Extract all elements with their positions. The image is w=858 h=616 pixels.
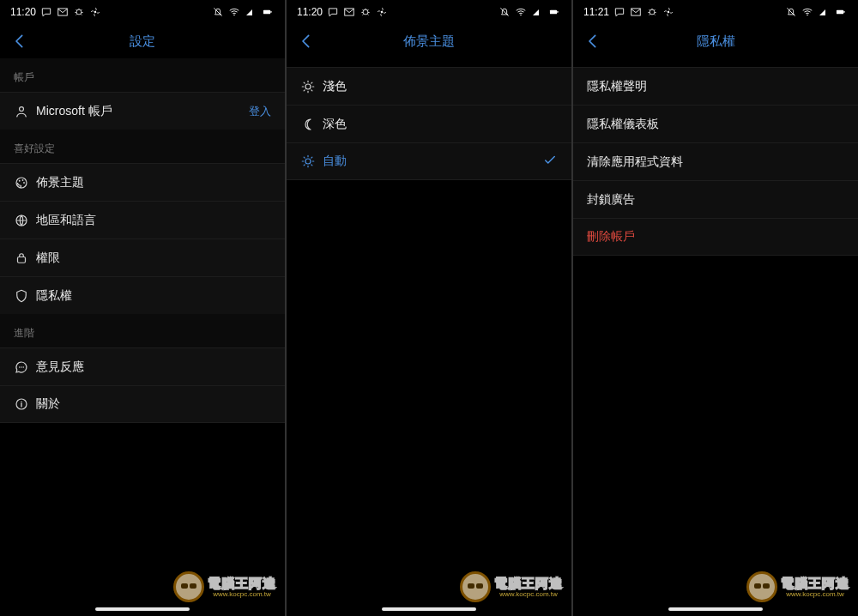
watermark-avatar-icon	[746, 571, 777, 602]
row-label: 隱私權聲明	[587, 79, 844, 94]
screen-theme: 11:20 佈景主題 淺色 深色 自動	[287, 0, 571, 616]
back-button[interactable]	[9, 29, 33, 53]
row-ms-account[interactable]: Microsoft 帳戶 登入	[0, 92, 285, 130]
status-bar: 11:21	[573, 0, 858, 24]
moon-icon	[300, 117, 323, 132]
bug-icon	[646, 6, 658, 18]
watermark-title: 電腦王阿達	[494, 577, 563, 589]
mute-icon	[498, 6, 511, 18]
row-label: 隱私權儀表板	[587, 117, 844, 132]
watermark-url: www.kocpc.com.tw	[494, 591, 563, 598]
watermark: 電腦王阿達 www.kocpc.com.tw	[746, 571, 849, 602]
mute-icon	[785, 6, 797, 18]
signin-link[interactable]: 登入	[249, 104, 271, 119]
section-advanced: 進階	[0, 314, 285, 347]
row-about[interactable]: 關於	[0, 385, 285, 423]
row-label: 自動	[323, 154, 542, 169]
row-theme-auto[interactable]: 自動	[287, 142, 571, 180]
row-region[interactable]: 地區和語言	[0, 201, 285, 239]
row-theme[interactable]: 佈景主題	[0, 163, 285, 201]
row-label: 刪除帳戶	[587, 229, 844, 245]
wifi-icon	[228, 6, 240, 18]
wifi-icon	[515, 6, 527, 18]
user-icon	[14, 104, 36, 119]
sun-icon	[300, 154, 323, 169]
nav-bar: 隱私權	[573, 24, 858, 58]
fan-icon	[662, 6, 674, 18]
shield-icon	[14, 288, 36, 304]
bug-icon	[360, 6, 372, 18]
row-privacy-dashboard[interactable]: 隱私權儀表板	[573, 105, 858, 142]
watermark-title: 電腦王阿達	[781, 577, 849, 589]
check-icon	[542, 153, 558, 171]
wifi-icon	[801, 6, 813, 18]
battery-icon	[832, 6, 848, 18]
status-time: 11:20	[10, 6, 36, 18]
mute-icon	[212, 6, 224, 18]
nav-bar: 佈景主題	[287, 24, 571, 58]
signal-icon	[245, 7, 255, 17]
globe-icon	[14, 213, 36, 228]
row-privacy-statement[interactable]: 隱私權聲明	[573, 67, 858, 105]
row-block-ads[interactable]: 封鎖廣告	[573, 180, 858, 218]
gmail-icon	[630, 6, 642, 18]
watermark-title: 電腦王阿達	[208, 577, 276, 589]
row-label: 隱私權	[36, 288, 271, 304]
row-label: 佈景主題	[36, 175, 271, 190]
row-clear-app-data[interactable]: 清除應用程式資料	[573, 142, 858, 180]
battery-icon	[546, 6, 561, 18]
row-label: 意見反應	[36, 359, 271, 375]
page-title: 佈景主題	[287, 33, 571, 50]
home-indicator[interactable]	[382, 607, 476, 611]
lock-icon	[14, 251, 36, 266]
back-button[interactable]	[582, 29, 606, 53]
home-indicator[interactable]	[95, 607, 190, 611]
row-label: 深色	[323, 117, 558, 132]
row-label: 關於	[36, 396, 271, 412]
chat-bubble-icon	[14, 359, 36, 375]
screen-settings: 11:20 設定 帳戶 Microsoft 帳戶 登入 喜好設定 佈景主題	[0, 0, 285, 616]
row-label: 清除應用程式資料	[587, 154, 844, 170]
row-label: 權限	[36, 251, 271, 266]
info-icon	[14, 396, 36, 412]
row-theme-dark[interactable]: 深色	[287, 105, 571, 142]
chat-icon	[613, 6, 625, 18]
chat-icon	[40, 6, 52, 18]
signal-icon	[818, 7, 828, 17]
screen-privacy: 11:21 隱私權 隱私權聲明 隱私權儀表板 清除應用程式資料 封鎖廣告	[573, 0, 858, 616]
row-delete-account[interactable]: 刪除帳戶	[573, 218, 858, 256]
row-permissions[interactable]: 權限	[0, 239, 285, 276]
section-account: 帳戶	[0, 58, 285, 92]
chat-icon	[327, 6, 339, 18]
status-time: 11:20	[297, 6, 323, 18]
watermark-avatar-icon	[460, 571, 491, 602]
row-privacy[interactable]: 隱私權	[0, 276, 285, 314]
home-indicator[interactable]	[668, 607, 763, 611]
fan-icon	[376, 6, 388, 18]
battery-icon	[259, 6, 275, 18]
row-label: 封鎖廣告	[587, 192, 844, 208]
sun-icon	[300, 79, 323, 94]
gmail-icon	[57, 6, 69, 18]
gmail-icon	[343, 6, 355, 18]
page-title: 設定	[0, 33, 285, 50]
watermark: 電腦王阿達 www.kocpc.com.tw	[460, 571, 563, 602]
row-label: Microsoft 帳戶	[36, 104, 249, 119]
row-label: 地區和語言	[36, 213, 271, 228]
row-theme-light[interactable]: 淺色	[287, 67, 571, 105]
nav-bar: 設定	[0, 24, 285, 58]
status-bar: 11:20	[287, 0, 571, 24]
watermark-url: www.kocpc.com.tw	[208, 591, 276, 598]
status-time: 11:21	[583, 6, 609, 18]
section-prefs: 喜好設定	[0, 130, 285, 163]
row-feedback[interactable]: 意見反應	[0, 347, 285, 385]
watermark: 電腦王阿達 www.kocpc.com.tw	[173, 571, 276, 602]
palette-icon	[14, 175, 36, 190]
signal-icon	[531, 7, 541, 17]
fan-icon	[89, 6, 101, 18]
status-bar: 11:20	[0, 0, 285, 24]
page-title: 隱私權	[573, 33, 858, 50]
back-button[interactable]	[295, 29, 319, 53]
row-label: 淺色	[323, 79, 558, 94]
watermark-avatar-icon	[173, 571, 204, 602]
